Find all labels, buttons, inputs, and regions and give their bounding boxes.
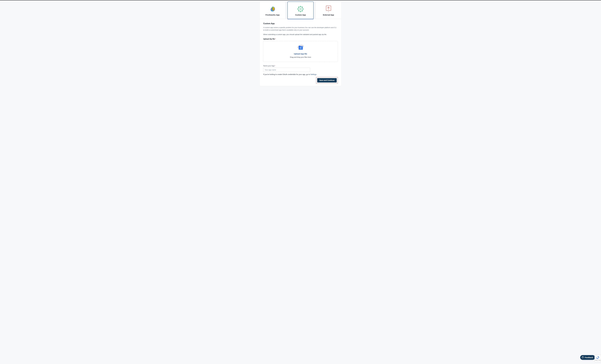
svg-point-3 <box>328 12 329 12</box>
svg-rect-7 <box>299 46 300 47</box>
gear-icon <box>297 5 304 13</box>
upload-title: Upload App file <box>294 53 307 55</box>
tab-custom-app[interactable]: Custom App <box>287 1 314 19</box>
save-and-continue-button[interactable]: Save and Continue <box>317 78 337 82</box>
upload-subtitle: Drag and drop your files here <box>290 56 311 58</box>
required-asterisk: * <box>275 65 275 67</box>
settings-link[interactable]: Settings <box>311 73 317 75</box>
svg-point-0 <box>300 8 301 10</box>
panel-title: Custom App <box>263 22 338 25</box>
tab-external-label: External App <box>323 14 334 16</box>
custom-app-panel: Custom App A custom app solves a specifi… <box>260 19 341 86</box>
tab-external-app[interactable]: External App <box>315 1 341 19</box>
app-name-input[interactable] <box>263 68 310 72</box>
name-your-app-label-text: Name your App <box>263 65 274 67</box>
app-type-tabs: Freshworks App Custom App <box>260 1 341 19</box>
panel-description-1: A custom app solves a specific problem f… <box>263 26 338 31</box>
recaptcha-privacy-terms: Privacy - Terms <box>595 360 601 361</box>
tab-indicator <box>288 19 314 19</box>
feedback-button[interactable]: Feedback <box>580 355 595 360</box>
name-your-app-label: Name your App* <box>263 65 338 67</box>
upload-zip-label: Upload Zip file* <box>263 38 338 40</box>
required-asterisk: * <box>275 38 276 40</box>
action-row: Save and Continue <box>263 77 338 83</box>
upload-arrow-icon <box>325 5 332 13</box>
save-button-highlight: Save and Continue <box>316 77 338 83</box>
feedback-label: Feedback <box>585 356 593 358</box>
oauth-hint-prefix: If you're looking to create OAuth creden… <box>263 73 311 75</box>
tab-custom-label: Custom App <box>295 14 306 16</box>
recaptcha-badge[interactable]: Privacy - Terms <box>594 355 601 362</box>
tab-freshworks-app[interactable]: Freshworks App <box>260 1 286 19</box>
tab-freshworks-label: Freshworks App <box>266 14 280 16</box>
upload-folder-icon <box>297 45 304 51</box>
panel-description-2: When submitting a custom app, you should… <box>263 33 338 35</box>
recaptcha-icon <box>596 356 599 360</box>
freshworks-logo-icon <box>270 5 275 13</box>
oauth-hint: If you're looking to create OAuth creden… <box>263 73 338 75</box>
help-circle-icon <box>582 356 584 359</box>
upload-dropzone[interactable]: Upload App file Drag and drop your files… <box>263 41 338 62</box>
oauth-hint-suffix: . <box>317 73 317 75</box>
upload-zip-label-text: Upload Zip file <box>263 38 275 40</box>
